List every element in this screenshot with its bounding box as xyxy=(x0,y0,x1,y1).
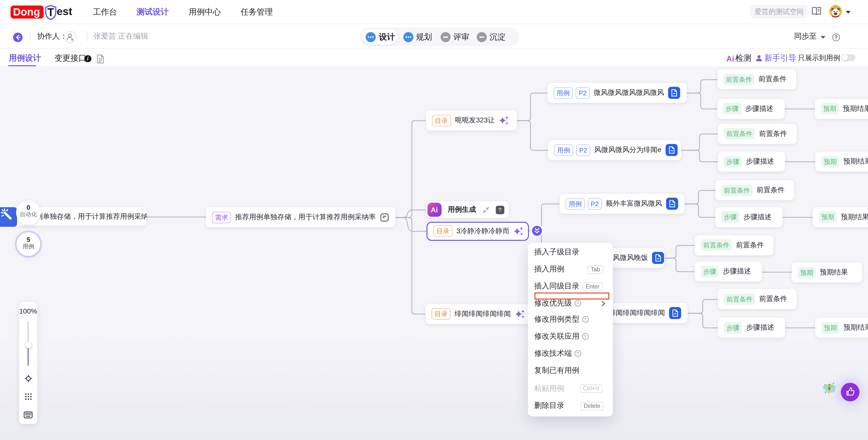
svg-text:Ai: Ai xyxy=(726,55,734,63)
svg-text:T: T xyxy=(48,6,54,18)
